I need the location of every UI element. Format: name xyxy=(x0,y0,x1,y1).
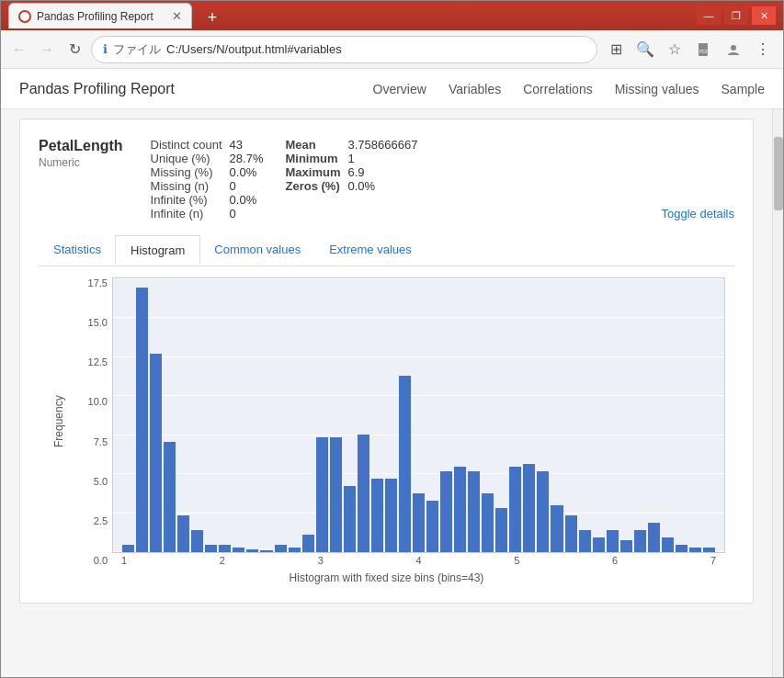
y-axis-label: Frequency xyxy=(48,277,66,566)
nav-overview[interactable]: Overview xyxy=(373,78,426,100)
search-icon[interactable]: 🔍 xyxy=(632,37,658,62)
tab-common-values[interactable]: Common values xyxy=(199,235,315,266)
histogram-bar xyxy=(330,437,342,552)
tab-close-button[interactable]: ✕ xyxy=(172,9,182,23)
variable-card: PetalLength Numeric Distinct count 43 Me… xyxy=(19,119,754,604)
variable-tabs: Statistics Histogram Common values Extre… xyxy=(39,235,734,266)
histogram-bar xyxy=(136,288,148,552)
histogram-bar xyxy=(122,545,134,552)
histogram-bar xyxy=(233,548,244,552)
security-icon: ℹ xyxy=(103,42,108,56)
svg-text:PDF: PDF xyxy=(699,49,709,54)
url-label-file: ファイル xyxy=(113,41,161,58)
histogram-bar xyxy=(289,548,301,552)
histogram-bar xyxy=(523,464,535,552)
nav-variables[interactable]: Variables xyxy=(449,78,501,100)
histogram-bar xyxy=(413,493,425,552)
histogram-bar xyxy=(260,550,272,552)
svg-point-0 xyxy=(20,12,29,21)
stat-label-distinct: Distinct count xyxy=(151,138,230,152)
histogram-bar xyxy=(689,548,701,552)
stat-value-infinite-n: 0 xyxy=(230,207,286,220)
bookmark-icon[interactable]: ☆ xyxy=(662,37,687,62)
forward-button[interactable]: → xyxy=(36,39,58,61)
stat-label-maximum: Maximum xyxy=(285,165,347,179)
histogram-bar xyxy=(426,501,438,552)
stat-value-maximum: 6.9 xyxy=(347,165,417,179)
tab-title: Pandas Profiling Report xyxy=(37,10,165,23)
histogram-bar xyxy=(399,376,411,552)
histogram-bar xyxy=(219,545,231,552)
nav-sample[interactable]: Sample xyxy=(722,78,765,100)
profile-icon[interactable] xyxy=(721,37,746,62)
stat-label-zeros: Zeros (%) xyxy=(285,179,347,193)
stats-table: Distinct count 43 Mean 3.758666667 Uniqu… xyxy=(151,138,418,220)
histogram-bar xyxy=(191,530,203,552)
toggle-details-link[interactable]: Toggle details xyxy=(662,207,735,220)
histogram-plot xyxy=(112,277,725,553)
histogram-bar xyxy=(662,537,674,552)
x-axis-labels: 1 2 3 4 5 6 7 xyxy=(112,553,725,566)
stat-value-unique: 28.7% xyxy=(230,152,286,165)
new-tab-button[interactable]: + xyxy=(199,6,225,28)
histogram-bar xyxy=(246,549,258,552)
nav-missing-values[interactable]: Missing values xyxy=(615,78,699,100)
variable-name: PetalLength xyxy=(39,138,123,154)
histogram-bar xyxy=(676,545,687,552)
stat-value-zeros: 0.0% xyxy=(347,179,417,193)
stat-label-unique: Unique (%) xyxy=(151,152,230,165)
histogram-bar xyxy=(454,467,466,552)
stat-label-mean: Mean xyxy=(285,138,347,152)
histogram-bar xyxy=(358,435,369,552)
translate-icon[interactable]: ⊞ xyxy=(603,37,629,62)
histogram-bar xyxy=(440,471,452,552)
close-button[interactable]: ✕ xyxy=(752,6,776,25)
stat-value-missing-n: 0 xyxy=(230,179,286,193)
histogram-bar xyxy=(620,540,632,552)
bars-container xyxy=(122,288,715,552)
url-bar[interactable]: ℹ ファイル C:/Users/N/output.html#variables xyxy=(91,36,597,63)
histogram-bar xyxy=(509,467,521,552)
stat-value-infinite-pct: 0.0% xyxy=(230,193,286,207)
histogram-bar xyxy=(385,479,397,552)
stat-label-missing-n: Missing (n) xyxy=(151,179,230,193)
histogram-bar xyxy=(316,437,328,552)
pdf-icon[interactable]: PDF xyxy=(691,37,717,62)
tab-extreme-values[interactable]: Extreme values xyxy=(314,235,426,266)
histogram-bar xyxy=(551,505,562,552)
minimize-button[interactable]: — xyxy=(697,6,721,25)
nav-correlations[interactable]: Correlations xyxy=(523,78,592,100)
histogram-bar xyxy=(177,515,189,552)
histogram-bar xyxy=(607,530,619,552)
histogram-bar xyxy=(565,515,577,552)
page-nav-links: Overview Variables Correlations Missing … xyxy=(373,78,765,100)
tab-statistics[interactable]: Statistics xyxy=(39,235,116,266)
stat-value-minimum: 1 xyxy=(347,152,417,165)
y-axis-labels: 17.5 15.0 12.5 10.0 7.5 5.0 2.5 0.0 xyxy=(71,277,108,566)
histogram-bar xyxy=(482,493,494,552)
back-button[interactable]: ← xyxy=(8,39,30,61)
browser-tab[interactable]: Pandas Profiling Report ✕ xyxy=(8,3,192,28)
menu-icon[interactable]: ⋮ xyxy=(750,37,776,62)
variable-type: Numeric xyxy=(39,156,123,169)
stat-label-missing-pct: Missing (%) xyxy=(151,165,230,179)
stat-label-infinite-n: Infinite (n) xyxy=(151,207,230,220)
scrollbar[interactable] xyxy=(772,109,783,677)
histogram-bar xyxy=(579,530,591,552)
histogram-bar xyxy=(371,479,383,552)
stat-value-mean: 3.758666667 xyxy=(347,138,417,152)
refresh-button[interactable]: ↻ xyxy=(63,39,85,61)
histogram-bar xyxy=(634,530,646,552)
stat-value-distinct: 43 xyxy=(230,138,286,152)
histogram-section: Frequency 17.5 15.0 12.5 10.0 7.5 5.0 2.… xyxy=(39,277,734,584)
histogram-bar xyxy=(164,442,176,552)
restore-button[interactable]: ❐ xyxy=(724,6,748,25)
page-brand: Pandas Profiling Report xyxy=(19,81,175,97)
histogram-bar xyxy=(302,535,314,552)
histogram-bar xyxy=(275,545,287,552)
histogram-bar xyxy=(468,471,480,552)
tab-histogram[interactable]: Histogram xyxy=(115,235,200,266)
stat-label-minimum: Minimum xyxy=(285,152,347,165)
tab-favicon xyxy=(18,10,31,23)
histogram-bar xyxy=(537,471,549,552)
